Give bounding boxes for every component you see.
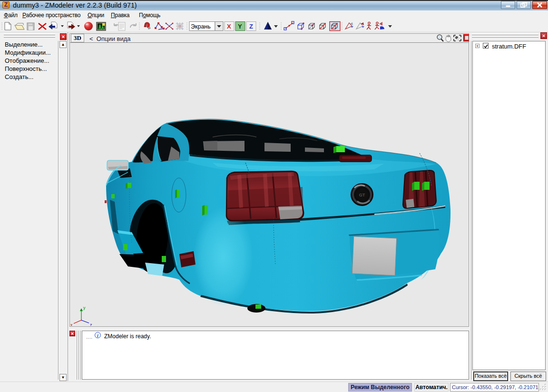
svg-text:x: x <box>70 323 73 326</box>
svg-text:Y: Y <box>238 23 242 30</box>
svg-text:y: y <box>83 305 86 310</box>
svg-text:X: X <box>227 23 231 30</box>
svg-text:z: z <box>90 323 92 326</box>
svg-text:Экрань: Экрань <box>191 23 211 30</box>
svg-text:Z: Z <box>249 23 253 30</box>
svg-text:GT: GT <box>359 193 365 197</box>
